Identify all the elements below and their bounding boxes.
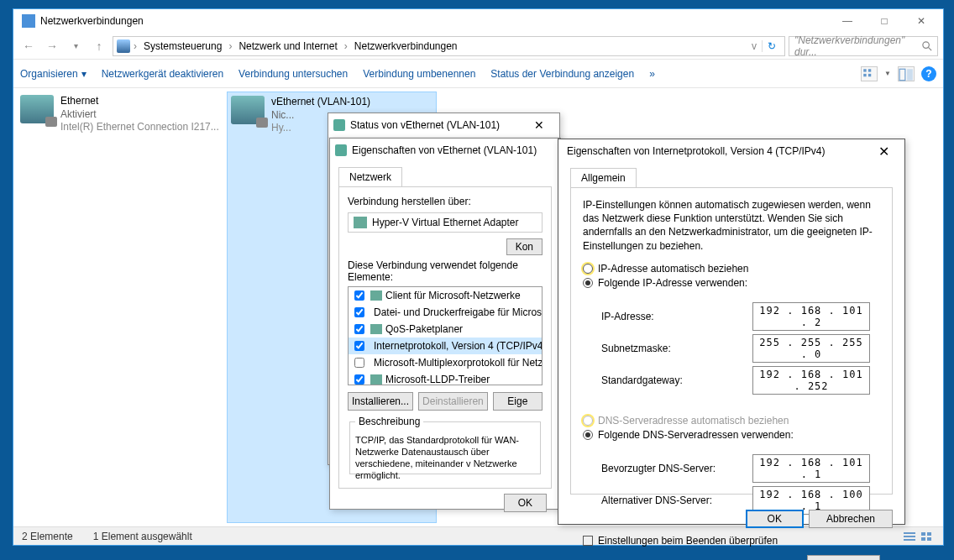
window-title: Netzwerkverbindungen bbox=[40, 15, 144, 27]
svg-rect-5 bbox=[868, 73, 871, 76]
elements-label: Diese Verbindung verwendet folgende Elem… bbox=[348, 259, 543, 283]
adapter-icon bbox=[335, 144, 347, 156]
svg-rect-2 bbox=[863, 69, 866, 71]
view-dropdown-icon[interactable]: ▼ bbox=[884, 70, 891, 77]
selection-count: 1 Element ausgewählt bbox=[93, 531, 192, 542]
props-ok-button[interactable]: OK bbox=[504, 494, 547, 512]
elements-listbox[interactable]: Client für Microsoft-Netzwerke Datei- un… bbox=[348, 286, 543, 385]
svg-rect-9 bbox=[904, 536, 915, 537]
toolbar: Organisieren ▾ Netzwerkgerät deaktiviere… bbox=[13, 60, 943, 88]
component-icon bbox=[370, 324, 382, 334]
elem-check-0[interactable] bbox=[354, 290, 364, 301]
crumb-2[interactable]: Netzwerkverbindungen bbox=[351, 40, 461, 52]
svg-rect-14 bbox=[927, 537, 931, 541]
dns-manual-radio[interactable] bbox=[583, 430, 593, 440]
elem-label: Client für Microsoft-Netzwerke bbox=[385, 290, 521, 301]
svg-rect-7 bbox=[907, 69, 913, 81]
preview-pane-icon[interactable] bbox=[898, 66, 915, 81]
status-dialog-title: Status von vEthernet (VLAN-101) ✕ bbox=[328, 113, 559, 137]
elem-check-4[interactable] bbox=[354, 358, 364, 368]
element-props-button[interactable]: Eige bbox=[493, 392, 543, 411]
forward-button[interactable]: → bbox=[42, 36, 62, 56]
control-panel-icon bbox=[117, 39, 130, 53]
dns-alt-label: Alternativer DNS-Server: bbox=[601, 495, 752, 506]
minimize-button[interactable]: — bbox=[829, 9, 866, 33]
more-toolbar[interactable]: » bbox=[649, 68, 655, 80]
network-adapter-icon bbox=[20, 95, 54, 123]
view-options-icon[interactable] bbox=[861, 66, 878, 81]
adapter-icon bbox=[333, 119, 345, 131]
description-box: Beschreibung TCP/IP, das Standardprotoko… bbox=[349, 416, 541, 474]
svg-rect-4 bbox=[863, 73, 866, 76]
svg-rect-12 bbox=[927, 532, 931, 536]
up-button[interactable]: ↑ bbox=[89, 36, 109, 56]
item-count: 2 Elemente bbox=[22, 531, 73, 542]
refresh-icon[interactable]: ↻ bbox=[762, 40, 781, 52]
component-icon bbox=[370, 374, 382, 385]
show-status-button[interactable]: Status der Verbindung anzeigen bbox=[490, 68, 634, 80]
address-bar: ← → ▾ ↑ › Systemsteuerung › Netzwerk und… bbox=[13, 33, 943, 60]
ipv4-info-text: IP-Einstellungen können automatisch zuge… bbox=[583, 198, 880, 253]
connection-name: vEthernet (VLAN-101) bbox=[271, 96, 370, 109]
status-close-button[interactable]: ✕ bbox=[524, 115, 554, 135]
svg-rect-6 bbox=[899, 69, 905, 81]
ip-manual-radio-row[interactable]: Folgende IP-Adresse verwenden: bbox=[583, 277, 880, 289]
configure-button[interactable]: Kon bbox=[506, 238, 543, 255]
dns-pref-label: Bevorzugter DNS-Server: bbox=[601, 463, 752, 474]
recent-dropdown[interactable]: ▾ bbox=[66, 36, 86, 56]
large-icons-view-icon[interactable] bbox=[920, 531, 935, 542]
gateway-input[interactable]: 192 . 168 . 101 . 252 bbox=[752, 366, 870, 395]
svg-point-0 bbox=[923, 41, 929, 47]
connection-desc: Intel(R) Ethernet Connection I217... bbox=[60, 121, 219, 134]
ipv4-tab-general[interactable]: Allgemein bbox=[570, 168, 637, 187]
dns-auto-radio bbox=[583, 416, 593, 426]
dns-manual-radio-row[interactable]: Folgende DNS-Serveradressen verwenden: bbox=[583, 429, 880, 441]
ip-label: IP-Adresse: bbox=[601, 311, 752, 322]
adapter-field: Hyper-V Virtual Ethernet Adapter bbox=[348, 212, 543, 233]
svg-rect-10 bbox=[904, 539, 915, 541]
search-icon bbox=[921, 40, 932, 52]
validate-checkbox[interactable] bbox=[583, 536, 593, 546]
elem-check-5[interactable] bbox=[354, 374, 364, 385]
ipv4-dialog: Eigenschaften von Internetprotokoll, Ver… bbox=[558, 139, 905, 525]
ipv4-cancel-button[interactable]: Abbrechen bbox=[809, 510, 893, 528]
connection-ethernet[interactable]: Ethernet Aktiviert Intel(R) Ethernet Con… bbox=[17, 92, 227, 523]
preferred-dns-input[interactable]: 192 . 168 . 101 . 1 bbox=[752, 454, 870, 483]
details-view-icon[interactable] bbox=[903, 531, 918, 542]
help-icon[interactable]: ? bbox=[921, 66, 936, 81]
ipv4-ok-button[interactable]: OK bbox=[746, 510, 804, 528]
organize-menu[interactable]: Organisieren ▾ bbox=[20, 68, 86, 80]
gateway-label: Standardgateway: bbox=[601, 374, 752, 386]
validate-checkbox-row[interactable]: Einstellungen beim Beenden überprüfen bbox=[583, 535, 880, 547]
ip-auto-radio-row[interactable]: IP-Adresse automatisch beziehen bbox=[583, 263, 880, 275]
crumb-0[interactable]: Systemsteuerung bbox=[140, 40, 225, 52]
back-button[interactable]: ← bbox=[18, 36, 39, 56]
disable-device-button[interactable]: Netzwerkgerät deaktivieren bbox=[102, 68, 223, 80]
elem-check-2[interactable] bbox=[354, 324, 364, 334]
search-input[interactable]: "Netzwerkverbindungen" dur... bbox=[789, 36, 938, 56]
ip-address-input[interactable]: 192 . 168 . 101 . 2 bbox=[752, 302, 870, 331]
connection-status: Aktiviert bbox=[60, 108, 219, 122]
network-tab[interactable]: Netzwerk bbox=[338, 167, 402, 186]
subnet-mask-input[interactable]: 255 . 255 . 255 . 0 bbox=[752, 334, 870, 363]
maximize-button[interactable]: □ bbox=[866, 9, 903, 33]
install-button[interactable]: Installieren... bbox=[348, 392, 413, 411]
crumb-1[interactable]: Netzwerk und Internet bbox=[235, 40, 340, 52]
diagnose-button[interactable]: Verbindung untersuchen bbox=[238, 68, 348, 80]
elem-label: QoS-Paketplaner bbox=[385, 323, 463, 335]
breadcrumb[interactable]: › Systemsteuerung › Netzwerk und Interne… bbox=[113, 36, 785, 56]
close-button[interactable]: ✕ bbox=[903, 9, 940, 33]
titlebar: Netzwerkverbindungen — □ ✕ bbox=[13, 9, 943, 33]
elem-check-1[interactable] bbox=[354, 307, 364, 317]
advanced-button[interactable]: Erweitert... bbox=[807, 555, 880, 560]
uninstall-button: Deinstallieren bbox=[418, 392, 488, 411]
elem-label: Datei- und Druckerfreigabe für Microsoft… bbox=[374, 306, 543, 318]
dns-auto-radio-row[interactable]: DNS-Serveradresse automatisch beziehen bbox=[583, 415, 880, 427]
elem-check-3[interactable] bbox=[354, 341, 364, 351]
ipv4-close-button[interactable]: ✕ bbox=[871, 141, 896, 161]
ip-auto-radio[interactable] bbox=[583, 264, 593, 274]
nic-icon bbox=[354, 217, 367, 228]
rename-button[interactable]: Verbindung umbenennen bbox=[363, 68, 475, 80]
ip-manual-radio[interactable] bbox=[583, 278, 593, 288]
component-icon bbox=[370, 290, 382, 301]
